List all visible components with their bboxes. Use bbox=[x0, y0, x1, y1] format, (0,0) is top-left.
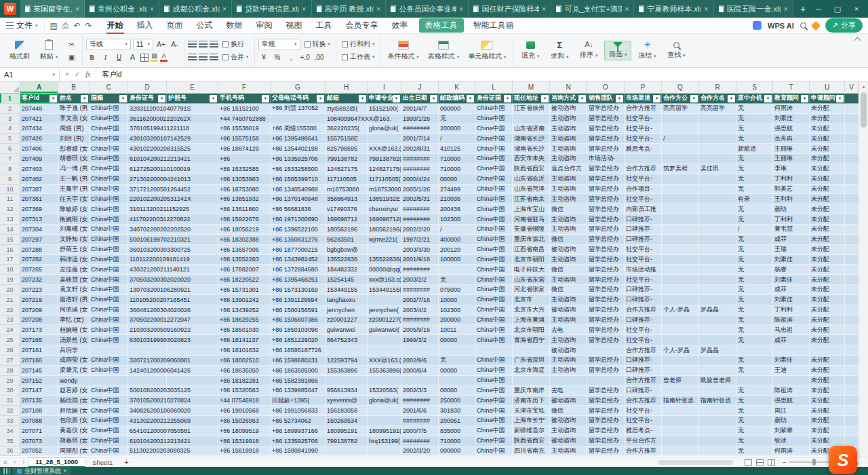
cell[interactable] bbox=[845, 265, 859, 275]
cell[interactable]: +86 1391129694 bbox=[271, 295, 326, 305]
cell[interactable]: tanghaoxu bbox=[326, 295, 368, 305]
cell[interactable]: +86 1335925706 bbox=[271, 436, 326, 446]
cell[interactable] bbox=[326, 345, 368, 356]
cell[interactable]: 周煜 (男) bbox=[58, 124, 90, 134]
cell[interactable]: 汤景然 (女 bbox=[58, 335, 90, 345]
cell[interactable]: 430102200208315525 bbox=[128, 144, 167, 154]
cell[interactable]: 207145 bbox=[20, 366, 58, 376]
cell[interactable]: 207381 bbox=[20, 194, 58, 204]
cell[interactable]: 000000 bbox=[439, 446, 475, 457]
cell[interactable]: 无 bbox=[439, 356, 475, 366]
align-middle-icon[interactable] bbox=[199, 41, 208, 48]
cell[interactable] bbox=[845, 194, 859, 204]
cell[interactable]: +86 1850103098 bbox=[271, 325, 326, 335]
filter-dropdown-icon[interactable]: ▼ bbox=[81, 95, 88, 102]
cell[interactable]: 山东省济南 bbox=[513, 124, 550, 134]
cell[interactable]: ######## bbox=[401, 396, 439, 406]
cell[interactable]: China中国 bbox=[90, 164, 128, 174]
column-header-K[interactable]: K bbox=[439, 81, 475, 94]
cell[interactable]: China中国 bbox=[90, 255, 128, 265]
filter-dropdown-icon[interactable]: ▼ bbox=[690, 95, 698, 102]
cell[interactable]: China中国 bbox=[90, 385, 128, 396]
cell[interactable]: 彭睿婧 (女 bbox=[58, 144, 90, 154]
cell[interactable]: 未分配 bbox=[810, 185, 845, 195]
cell[interactable]: China中国 bbox=[90, 154, 128, 164]
cell[interactable]: 社交平台- bbox=[625, 255, 662, 265]
cell[interactable]: 207232 bbox=[20, 275, 58, 285]
column-header-G[interactable]: G bbox=[271, 81, 326, 94]
cell[interactable]: 无 bbox=[736, 416, 773, 426]
cell[interactable]: 610104200212213421 bbox=[128, 154, 167, 164]
cell[interactable]: 合作方推荐 bbox=[625, 104, 662, 114]
scrollbar-thumb[interactable] bbox=[861, 92, 867, 128]
cell[interactable]: 130703200106280921 bbox=[128, 285, 167, 295]
cell[interactable]: 310113200211152925 bbox=[128, 204, 167, 214]
file-tab[interactable]: 医院五险一金.xlsx× bbox=[714, 0, 793, 18]
cell[interactable]: v17490376 bbox=[326, 204, 368, 214]
freeze-button[interactable]: ✳ 冻结 ▾ bbox=[633, 39, 660, 62]
cell[interactable]: 李忆 (女) bbox=[58, 316, 90, 326]
cell[interactable]: 未分配 bbox=[810, 144, 845, 154]
cell[interactable]: 825798695 bbox=[326, 144, 368, 154]
cell[interactable]: +86 15320563 bbox=[218, 385, 271, 396]
cell[interactable] bbox=[845, 335, 859, 345]
cell[interactable] bbox=[513, 376, 550, 386]
cell[interactable]: 北京市大兴 bbox=[513, 305, 550, 316]
cell[interactable]: 社交平台- bbox=[625, 134, 662, 144]
cell[interactable]: +86 1991056833 bbox=[271, 406, 326, 416]
cell[interactable]: 罗晶晶 bbox=[699, 305, 736, 316]
cell[interactable]: China中国 bbox=[90, 124, 128, 134]
cell[interactable]: 2001/6/6 bbox=[401, 406, 439, 416]
cell[interactable]: China中国 bbox=[90, 194, 128, 204]
cell[interactable] bbox=[845, 376, 859, 386]
cell[interactable]: 郭美艺 bbox=[773, 185, 810, 195]
cell[interactable]: ######## bbox=[401, 416, 439, 426]
cell[interactable]: 社交平台- bbox=[625, 114, 662, 124]
cell[interactable]: 胡春琪 (女 bbox=[58, 436, 90, 446]
cell[interactable]: +86 1851229020 bbox=[271, 335, 326, 345]
header-cell[interactable]: 申请专业▼ bbox=[368, 94, 401, 104]
cell[interactable]: 口碑推荐- bbox=[625, 385, 662, 396]
cell[interactable]: guiwanwei( bbox=[368, 325, 401, 335]
cell[interactable] bbox=[845, 124, 859, 134]
cell[interactable]: China中国 bbox=[475, 255, 513, 265]
cell[interactable]: 电子科技大 bbox=[513, 265, 550, 275]
cell[interactable]: 主动咨询 bbox=[550, 214, 587, 225]
cell[interactable]: 10000 bbox=[439, 295, 475, 305]
cell[interactable]: 未分配 bbox=[810, 104, 845, 114]
cell[interactable]: 王丽琳 bbox=[773, 144, 810, 154]
cell[interactable]: 留学总经办 bbox=[587, 366, 625, 376]
column-header-F[interactable]: F bbox=[218, 81, 271, 94]
close-tab-icon[interactable]: × bbox=[625, 5, 629, 13]
cell[interactable] bbox=[845, 416, 859, 426]
row-number[interactable]: 1 bbox=[0, 94, 20, 104]
cell[interactable]: 710000 bbox=[439, 436, 475, 446]
cell[interactable]: 口碑推荐- bbox=[625, 214, 662, 225]
file-tab[interactable]: 高学历 教授.xlsx× bbox=[312, 0, 387, 18]
cell[interactable] bbox=[845, 316, 859, 326]
cell[interactable]: 无 bbox=[736, 436, 773, 446]
cell[interactable]: +86 13901242 bbox=[218, 295, 271, 305]
cell[interactable]: 1999/3/2 bbox=[401, 335, 439, 345]
row-number[interactable]: 11 bbox=[0, 194, 20, 204]
file-tab[interactable]: 英国留学生...× bbox=[20, 0, 85, 18]
cell[interactable]: 留学总经办 bbox=[587, 164, 625, 174]
cell[interactable]: 蒯玏 bbox=[773, 416, 810, 426]
cell[interactable]: chenxinyur bbox=[368, 204, 401, 214]
cell[interactable]: 15254145 bbox=[326, 275, 368, 285]
cell[interactable]: 河南省驻马 bbox=[513, 214, 550, 225]
cell[interactable]: 2003/2/2 bbox=[401, 275, 439, 285]
cell[interactable]: 留学总经办 bbox=[587, 305, 625, 316]
menu-item[interactable]: 页面 bbox=[160, 18, 190, 34]
cell[interactable]: 口碑推荐- bbox=[625, 316, 662, 326]
cell[interactable] bbox=[662, 124, 699, 134]
cell[interactable]: China中国 bbox=[475, 325, 513, 335]
cell[interactable]: 山东省菏泽 bbox=[513, 185, 550, 195]
cell[interactable]: +86 1877000215 bbox=[271, 245, 326, 255]
cell[interactable]: 110112200109181419 bbox=[128, 255, 167, 265]
rows-columns-button[interactable]: 行和列▾ bbox=[340, 39, 377, 50]
cell[interactable]: ziyi5692@( bbox=[326, 104, 368, 114]
cell[interactable]: 2002/2/20 bbox=[401, 225, 439, 235]
cell[interactable]: China中国 bbox=[475, 335, 513, 345]
cell[interactable]: China中国 bbox=[90, 295, 128, 305]
